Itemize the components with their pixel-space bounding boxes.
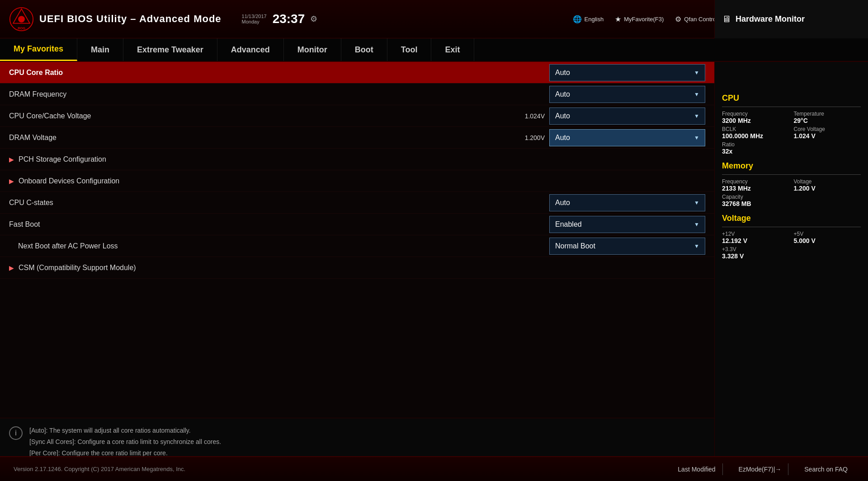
header-date2: Monday xyxy=(242,19,267,24)
chevron-down-icon: ▼ xyxy=(694,70,699,76)
expand-arrow-icon: ▶ xyxy=(9,177,14,185)
dram-frequency-label: DRAM Frequency xyxy=(9,90,549,98)
setting-cpu-cstates[interactable]: CPU C-states Auto ▼ xyxy=(0,192,714,214)
tool-myfavorite[interactable]: ★ MyFavorite(F3) xyxy=(615,15,664,23)
mem-frequency-label: Frequency xyxy=(722,178,789,185)
cpu-core-ratio-dropdown[interactable]: Auto ▼ xyxy=(549,64,705,81)
cpu-cache-voltage-current: 1.024V xyxy=(525,112,545,120)
cpu-ratio-value: 32x xyxy=(722,148,789,155)
mem-voltage-label: Voltage xyxy=(794,178,861,185)
pch-storage-label: PCH Storage Configuration xyxy=(19,155,106,163)
header: ROG UEFI BIOS Utility – Advanced Mode 11… xyxy=(0,0,868,38)
info-text: [Auto]: The system will adjust all core … xyxy=(29,425,221,459)
settings-list: CPU Core Ratio Auto ▼ DRAM Frequency Aut… xyxy=(0,62,714,418)
chevron-down-icon: ▼ xyxy=(694,113,699,119)
nav-extreme-tweaker[interactable]: Extreme Tweaker xyxy=(123,38,217,61)
main-layout: CPU Core Ratio Auto ▼ DRAM Frequency Aut… xyxy=(0,62,868,481)
ez-mode-button[interactable]: EzMode(F7)|→ xyxy=(732,463,789,475)
header-datetime-area: 11/13/2017 Monday 23:37 ⚙ xyxy=(242,12,318,26)
expand-arrow-icon: ▶ xyxy=(9,156,14,163)
hw-cpu-row3: Ratio 32x xyxy=(722,141,861,155)
info-line-2: [Sync All Cores]: Configure a core ratio… xyxy=(29,436,221,448)
nav-boot[interactable]: Boot xyxy=(341,38,387,61)
hw-cpu-row2: BCLK 100.0000 MHz Core Voltage 1.024 V xyxy=(722,126,861,140)
cpu-cstates-label: CPU C-states xyxy=(9,199,549,207)
expandable-csm[interactable]: ▶ CSM (Compatibility Support Module) xyxy=(0,257,714,279)
volt-12v-label: +12V xyxy=(722,231,789,237)
nav-advanced[interactable]: Advanced xyxy=(217,38,284,61)
search-faq-button[interactable]: Search on FAQ xyxy=(797,463,854,475)
star-icon: ★ xyxy=(615,15,621,23)
cpu-cstates-value: Auto xyxy=(555,199,570,207)
cpu-temperature-label: Temperature xyxy=(794,111,861,117)
footer: Version 2.17.1246. Copyright (C) 2017 Am… xyxy=(0,456,868,481)
nav-my-favorites[interactable]: My Favorites xyxy=(0,38,77,61)
onboard-devices-label: Onboard Devices Configuration xyxy=(19,177,119,185)
next-boot-dropdown[interactable]: Normal Boot ▼ xyxy=(549,238,705,255)
next-boot-value: Normal Boot xyxy=(555,242,595,250)
dram-frequency-dropdown[interactable]: Auto ▼ xyxy=(549,86,705,103)
header-time: 23:37 xyxy=(273,12,305,26)
chevron-down-icon: ▼ xyxy=(694,91,699,98)
hw-voltage-divider xyxy=(722,227,861,227)
dram-frequency-value: Auto xyxy=(555,90,570,98)
content-area: CPU Core Ratio Auto ▼ DRAM Frequency Aut… xyxy=(0,62,714,481)
nav-main[interactable]: Main xyxy=(77,38,123,61)
mem-capacity-label: Capacity xyxy=(722,194,789,200)
chevron-down-icon: ▼ xyxy=(694,221,699,228)
chevron-down-icon: ▼ xyxy=(694,243,699,249)
setting-dram-frequency[interactable]: DRAM Frequency Auto ▼ xyxy=(0,84,714,105)
cpu-temperature-value: 29°C xyxy=(794,117,861,124)
footer-version: Version 2.17.1246. Copyright (C) 2017 Am… xyxy=(14,466,185,472)
svg-point-10 xyxy=(18,16,25,23)
cpu-cache-voltage-dropdown[interactable]: Auto ▼ xyxy=(549,107,705,125)
setting-next-boot[interactable]: Next Boot after AC Power Loss Normal Boo… xyxy=(0,235,714,257)
fan-icon: ⚙ xyxy=(675,15,681,23)
mem-frequency-value: 2133 MHz xyxy=(722,185,789,192)
chevron-down-icon: ▼ xyxy=(694,135,699,141)
hw-monitor-title: Hardware Monitor xyxy=(736,14,805,24)
volt-12v-value: 12.192 V xyxy=(722,237,789,244)
dram-voltage-dropdown[interactable]: Auto ▼ xyxy=(549,129,705,146)
setting-fast-boot[interactable]: Fast Boot Enabled ▼ xyxy=(0,214,714,235)
hw-sidebar: CPU Frequency 3200 MHz Temperature 29°C … xyxy=(714,62,868,481)
cpu-core-ratio-label: CPU Core Ratio xyxy=(9,69,549,77)
volt-5v-value: 5.000 V xyxy=(794,237,861,244)
dram-voltage-value: Auto xyxy=(555,134,570,142)
hw-memory-divider xyxy=(722,174,861,175)
rog-logo-icon: ROG xyxy=(9,7,34,32)
setting-dram-voltage[interactable]: DRAM Voltage 1.200V Auto ▼ xyxy=(0,127,714,149)
header-logo: ROG UEFI BIOS Utility – Advanced Mode xyxy=(9,7,222,32)
setting-cpu-core-ratio[interactable]: CPU Core Ratio Auto ▼ xyxy=(0,62,714,84)
header-title: UEFI BIOS Utility – Advanced Mode xyxy=(39,13,222,25)
expandable-onboard-devices[interactable]: ▶ Onboard Devices Configuration xyxy=(0,170,714,192)
setting-cpu-cache-voltage[interactable]: CPU Core/Cache Voltage 1.024V Auto ▼ xyxy=(0,105,714,127)
cpu-frequency-label: Frequency xyxy=(722,111,789,117)
cpu-corevoltage-label: Core Voltage xyxy=(794,126,861,132)
hw-volt-row1: +12V 12.192 V +5V 5.000 V xyxy=(722,231,861,244)
info-line-1: [Auto]: The system will adjust all core … xyxy=(29,425,221,436)
fast-boot-value: Enabled xyxy=(555,220,582,229)
gear-icon[interactable]: ⚙ xyxy=(310,14,317,24)
header-date1: 11/13/2017 xyxy=(242,14,267,19)
tool-english[interactable]: 🌐 English xyxy=(573,15,604,23)
footer-right: Last Modified EzMode(F7)|→ Search on FAQ xyxy=(671,463,854,475)
hw-monitor-header: 🖥 Hardware Monitor xyxy=(714,0,868,38)
nav-exit[interactable]: Exit xyxy=(431,38,474,61)
cpu-core-ratio-value: Auto xyxy=(555,69,570,77)
fast-boot-dropdown[interactable]: Enabled ▼ xyxy=(549,216,705,233)
volt-33v-label: +3.3V xyxy=(722,246,789,252)
hw-cpu-section: CPU Frequency 3200 MHz Temperature 29°C … xyxy=(722,89,861,157)
dram-voltage-current: 1.200V xyxy=(525,134,545,141)
nav-tool[interactable]: Tool xyxy=(387,38,432,61)
volt-33v-value: 3.328 V xyxy=(722,252,789,260)
mem-voltage-value: 1.200 V xyxy=(794,185,861,192)
cpu-cache-voltage-value: Auto xyxy=(555,112,570,120)
hw-memory-section: Memory Frequency 2133 MHz Voltage 1.200 … xyxy=(722,157,861,209)
chevron-down-icon: ▼ xyxy=(694,200,699,206)
cpu-cstates-dropdown[interactable]: Auto ▼ xyxy=(549,194,705,211)
nav-monitor[interactable]: Monitor xyxy=(284,38,341,61)
cpu-cache-voltage-label: CPU Core/Cache Voltage xyxy=(9,112,525,120)
last-modified-button[interactable]: Last Modified xyxy=(671,463,722,475)
expandable-pch-storage[interactable]: ▶ PCH Storage Configuration xyxy=(0,149,714,170)
